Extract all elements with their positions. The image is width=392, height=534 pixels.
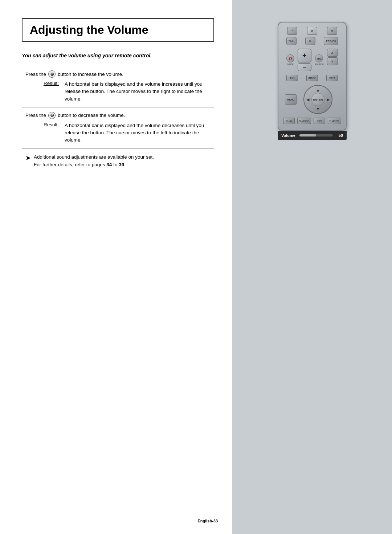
result-1-text: A horizontal bar is displayed and the vo… bbox=[65, 81, 214, 103]
step-1-result: Result: A horizontal bar is displayed an… bbox=[22, 81, 214, 103]
remote-nav-row: MENU ▲ ▼ ◀ ▶ ENTER bbox=[282, 83, 342, 115]
main-content: Adjusting the Volume You can adjust the … bbox=[0, 0, 232, 534]
step1-suffix: button to increase the volume. bbox=[58, 72, 123, 77]
step-1-line: Press the ⊕ button to increase the volum… bbox=[22, 70, 214, 78]
vol-plus-inline-icon: ⊕ bbox=[48, 70, 56, 78]
step2-suffix: button to decrease the volume. bbox=[58, 113, 125, 118]
btn-0[interactable]: 0 bbox=[305, 37, 315, 45]
sidebar: 7 8 9 DNIe 0 PRE-CH bbox=[232, 0, 392, 534]
note-line2-prefix: For further details, refer to pages bbox=[34, 162, 105, 167]
btn-srs[interactable]: SRS bbox=[314, 118, 325, 124]
volume-value: 50 bbox=[336, 133, 343, 138]
btn-7[interactable]: 7 bbox=[287, 27, 297, 35]
note-arrow-icon: ➤ bbox=[25, 154, 31, 162]
page-title: Adjusting the Volume bbox=[30, 23, 206, 37]
step-2-line: Press the ⊖ button to decrease the volum… bbox=[22, 112, 214, 119]
divider-2 bbox=[22, 107, 214, 107]
btn-ch-down[interactable]: ∨ bbox=[327, 57, 338, 65]
btn-smode[interactable]: S.MODE bbox=[297, 118, 311, 124]
btn-dnie[interactable]: DNIe bbox=[286, 37, 297, 45]
step1-prefix: Press the bbox=[25, 72, 46, 77]
step-2-result: Result: A horizontal bar is displayed an… bbox=[22, 122, 214, 144]
mute-label: MUTE bbox=[287, 63, 294, 65]
result-2-label: Result: bbox=[44, 122, 61, 144]
source-label: SOURCE bbox=[314, 63, 324, 65]
result-1-label: Result: bbox=[44, 81, 61, 103]
note-text-container: Additional sound adjustments are availab… bbox=[34, 153, 154, 169]
source-area: SRC SOURCE bbox=[314, 49, 324, 71]
vol-minus-inline-icon: ⊖ bbox=[48, 112, 56, 119]
volume-label: Volume bbox=[281, 133, 297, 138]
btn-9[interactable]: 9 bbox=[327, 27, 337, 35]
note-block: ➤ Additional sound adjustments are avail… bbox=[22, 153, 214, 169]
divider-3 bbox=[22, 148, 214, 149]
note-bold2: 39 bbox=[119, 162, 124, 167]
subtitle: You can adjust the volume using your rem… bbox=[22, 53, 214, 58]
btn-mute[interactable]: 🔇 bbox=[286, 54, 294, 62]
remote-row-bottom: DUAL S.MODE SRS P.MODE bbox=[282, 118, 342, 124]
remote-row-dnie: DNIe 0 PRE-CH bbox=[282, 37, 342, 45]
btn-vol-plus[interactable]: + bbox=[298, 49, 311, 62]
btn-dual[interactable]: DUAL bbox=[283, 118, 295, 124]
remote-control: 7 8 9 DNIe 0 PRE-CH bbox=[278, 22, 347, 131]
btn-exit[interactable]: EXIT bbox=[326, 75, 338, 81]
vol-controls: + − bbox=[298, 49, 311, 71]
mute-area: 🔇 MUTE bbox=[286, 49, 294, 71]
result-2-text: A horizontal bar is displayed and the vo… bbox=[65, 122, 214, 144]
btn-info[interactable]: INFO□ bbox=[306, 75, 318, 81]
volume-display: Volume 50 bbox=[278, 131, 347, 140]
nav-circle[interactable]: ▲ ▼ ◀ ▶ ENTER bbox=[303, 85, 332, 114]
step-2-block: Press the ⊖ button to decrease the volum… bbox=[22, 112, 214, 144]
btn-enter[interactable]: ENTER bbox=[311, 93, 324, 106]
note-suffix: . bbox=[124, 162, 126, 167]
note-between: to bbox=[113, 162, 119, 167]
step2-prefix: Press the bbox=[25, 113, 46, 118]
note-bold1: 34 bbox=[106, 162, 112, 167]
nav-left-icon[interactable]: ◀ bbox=[306, 97, 309, 102]
remote-row-tv-info: TV□ INFO□ EXIT bbox=[282, 75, 342, 81]
remote-row-numbers-top: 7 8 9 bbox=[282, 27, 342, 35]
remote-container: 7 8 9 DNIe 0 PRE-CH bbox=[278, 22, 347, 140]
nav-right-icon[interactable]: ▶ bbox=[327, 97, 330, 102]
btn-8[interactable]: 8 bbox=[307, 27, 317, 35]
nav-down-icon[interactable]: ▼ bbox=[316, 107, 320, 111]
ch-controls: ∧ ∨ bbox=[327, 49, 338, 71]
divider-1 bbox=[22, 66, 214, 66]
note-line1: Additional sound adjustments are availab… bbox=[34, 153, 154, 161]
step-1-block: Press the ⊕ button to increase the volum… bbox=[22, 70, 214, 103]
remote-row-vol-ch: 🔇 MUTE + − SRC SOURCE ∧ bbox=[282, 47, 342, 73]
nav-up-icon[interactable]: ▲ bbox=[316, 88, 320, 92]
volume-bar-track bbox=[299, 134, 333, 136]
btn-menu[interactable]: MENU bbox=[285, 94, 297, 105]
note-line2: For further details, refer to pages 34 t… bbox=[34, 161, 154, 169]
btn-pmode[interactable]: P.MODE bbox=[328, 118, 341, 124]
btn-vol-minus[interactable]: − bbox=[298, 63, 311, 71]
page-number: English-33 bbox=[197, 519, 218, 523]
title-box: Adjusting the Volume bbox=[22, 18, 214, 42]
btn-pre-ch[interactable]: PRE-CH bbox=[324, 37, 338, 45]
btn-ch-up[interactable]: ∧ bbox=[327, 49, 338, 57]
btn-tv[interactable]: TV□ bbox=[286, 75, 298, 81]
btn-source[interactable]: SRC bbox=[315, 54, 323, 62]
volume-bar-fill bbox=[299, 134, 316, 136]
